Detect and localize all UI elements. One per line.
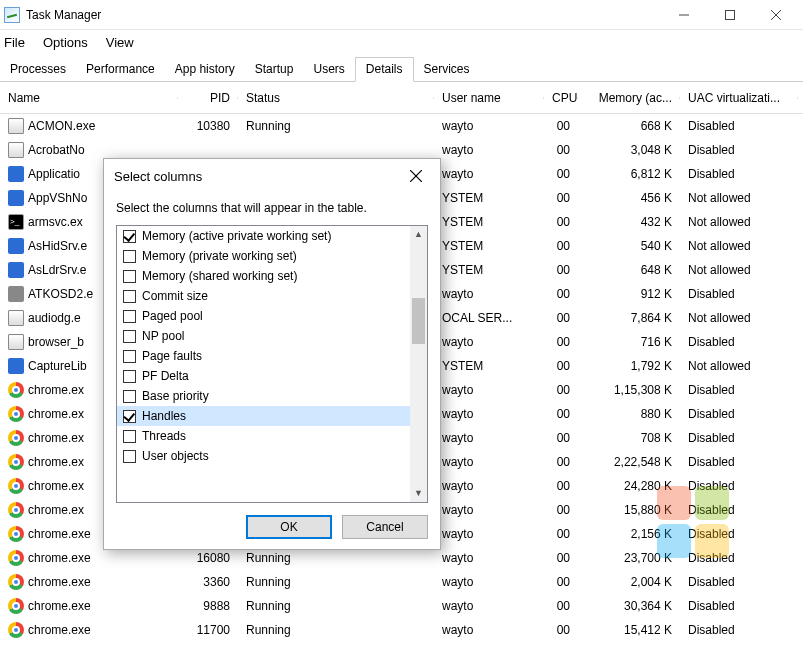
column-option[interactable]: Handles (117, 406, 410, 426)
cell-pid: 10380 (178, 119, 238, 133)
table-row[interactable]: chrome.exe3360Runningwayto002,004 KDisab… (0, 570, 803, 594)
cell-memory: 2,156 K (578, 527, 680, 541)
process-name: AsLdrSrv.e (28, 263, 86, 277)
tab-users[interactable]: Users (303, 58, 354, 81)
checkbox-icon[interactable] (123, 230, 136, 243)
cell-cpu: 00 (544, 551, 578, 565)
table-row[interactable]: chrome.exe11700Runningwayto0015,412 KDis… (0, 618, 803, 642)
scroll-thumb[interactable] (412, 298, 425, 344)
columns-checklist: Memory (active private working set)Memor… (116, 225, 428, 503)
close-button[interactable] (753, 0, 799, 30)
process-icon (8, 166, 24, 182)
col-header-user[interactable]: User name (434, 91, 544, 105)
column-option-label: Commit size (142, 289, 208, 303)
checkbox-icon[interactable] (123, 370, 136, 383)
cell-status: Running (238, 575, 434, 589)
cancel-button[interactable]: Cancel (342, 515, 428, 539)
checkbox-icon[interactable] (123, 270, 136, 283)
column-option[interactable]: Threads (117, 426, 410, 446)
scroll-up-icon[interactable]: ▲ (410, 226, 427, 243)
process-icon (8, 622, 24, 638)
maximize-button[interactable] (707, 0, 753, 30)
col-header-name[interactable]: Name (0, 91, 178, 105)
table-row[interactable]: ACMON.exe10380Runningwayto00668 KDisable… (0, 114, 803, 138)
process-icon (8, 214, 24, 230)
tab-details[interactable]: Details (355, 57, 414, 82)
cell-uac: Disabled (680, 119, 798, 133)
column-option-label: Paged pool (142, 309, 203, 323)
process-icon (8, 334, 24, 350)
cell-memory: 24,280 K (578, 479, 680, 493)
checkbox-icon[interactable] (123, 250, 136, 263)
dialog-close-button[interactable] (402, 162, 430, 190)
cell-memory: 2,22,548 K (578, 455, 680, 469)
cell-cpu: 00 (544, 599, 578, 613)
column-option-label: NP pool (142, 329, 184, 343)
scroll-down-icon[interactable]: ▼ (410, 485, 427, 502)
column-option[interactable]: User objects (117, 446, 410, 466)
checkbox-icon[interactable] (123, 310, 136, 323)
process-name: chrome.exe (28, 599, 91, 613)
column-option[interactable]: Memory (shared working set) (117, 266, 410, 286)
menu-view[interactable]: View (106, 35, 134, 50)
column-option[interactable]: Paged pool (117, 306, 410, 326)
process-name: chrome.exe (28, 623, 91, 637)
cell-user: wayto (434, 167, 544, 181)
checkbox-icon[interactable] (123, 350, 136, 363)
checkbox-icon[interactable] (123, 430, 136, 443)
column-option[interactable]: Commit size (117, 286, 410, 306)
process-name: ACMON.exe (28, 119, 95, 133)
menu-file[interactable]: File (4, 35, 25, 50)
cell-memory: 432 K (578, 215, 680, 229)
checkbox-icon[interactable] (123, 390, 136, 403)
col-header-pid[interactable]: PID (178, 91, 238, 105)
column-option[interactable]: Page faults (117, 346, 410, 366)
tab-services[interactable]: Services (414, 58, 480, 81)
grid-header: Name PID Status User name CPU Memory (ac… (0, 82, 803, 114)
col-header-memory[interactable]: Memory (ac... (578, 91, 680, 105)
checkbox-icon[interactable] (123, 450, 136, 463)
cell-uac: Disabled (680, 143, 798, 157)
cell-uac: Not allowed (680, 263, 798, 277)
menu-options[interactable]: Options (43, 35, 88, 50)
minimize-button[interactable] (661, 0, 707, 30)
cell-cpu: 00 (544, 167, 578, 181)
cell-cpu: 00 (544, 623, 578, 637)
cell-memory: 540 K (578, 239, 680, 253)
cell-cpu: 00 (544, 383, 578, 397)
process-name: chrome.ex (28, 431, 84, 445)
col-header-status[interactable]: Status (238, 91, 434, 105)
cell-cpu: 00 (544, 359, 578, 373)
process-icon (8, 574, 24, 590)
process-name: chrome.ex (28, 455, 84, 469)
ok-button[interactable]: OK (246, 515, 332, 539)
cell-memory: 15,880 K (578, 503, 680, 517)
column-option[interactable]: NP pool (117, 326, 410, 346)
cell-user: YSTEM (434, 239, 544, 253)
taskmgr-icon (4, 7, 20, 23)
tab-startup[interactable]: Startup (245, 58, 304, 81)
process-icon (8, 526, 24, 542)
checkbox-icon[interactable] (123, 410, 136, 423)
column-option[interactable]: Memory (private working set) (117, 246, 410, 266)
tab-performance[interactable]: Performance (76, 58, 165, 81)
column-option[interactable]: Memory (active private working set) (117, 226, 410, 246)
process-name: ATKOSD2.e (28, 287, 93, 301)
cell-cpu: 00 (544, 263, 578, 277)
col-header-uac[interactable]: UAC virtualizati... (680, 91, 798, 105)
tab-processes[interactable]: Processes (0, 58, 76, 81)
checkbox-icon[interactable] (123, 290, 136, 303)
process-name: chrome.ex (28, 503, 84, 517)
cell-cpu: 00 (544, 191, 578, 205)
checklist-scrollbar[interactable]: ▲ ▼ (410, 226, 427, 502)
col-header-cpu[interactable]: CPU (544, 91, 578, 105)
column-option[interactable]: Base priority (117, 386, 410, 406)
tab-app-history[interactable]: App history (165, 58, 245, 81)
column-option-label: PF Delta (142, 369, 189, 383)
column-option[interactable]: PF Delta (117, 366, 410, 386)
cell-cpu: 00 (544, 311, 578, 325)
checkbox-icon[interactable] (123, 330, 136, 343)
table-row[interactable]: chrome.exe9888Runningwayto0030,364 KDisa… (0, 594, 803, 618)
cell-memory: 648 K (578, 263, 680, 277)
cell-uac: Disabled (680, 599, 798, 613)
